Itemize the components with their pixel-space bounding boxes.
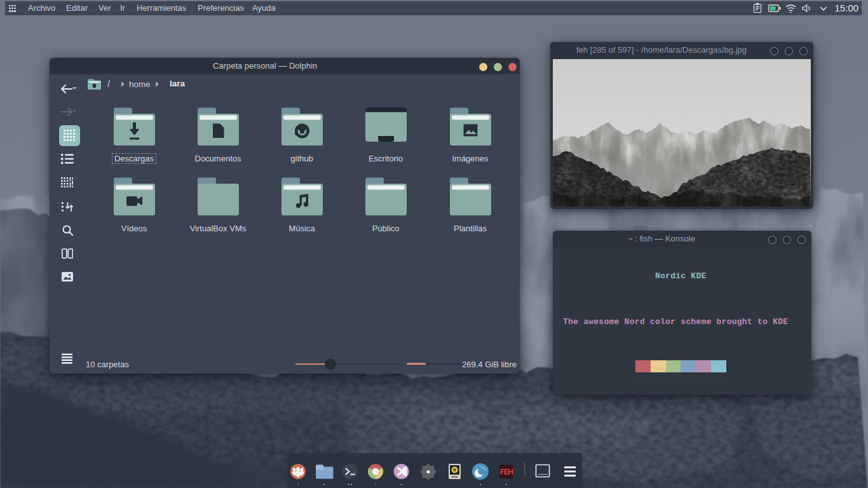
svg-text:FEH: FEH xyxy=(500,468,513,477)
